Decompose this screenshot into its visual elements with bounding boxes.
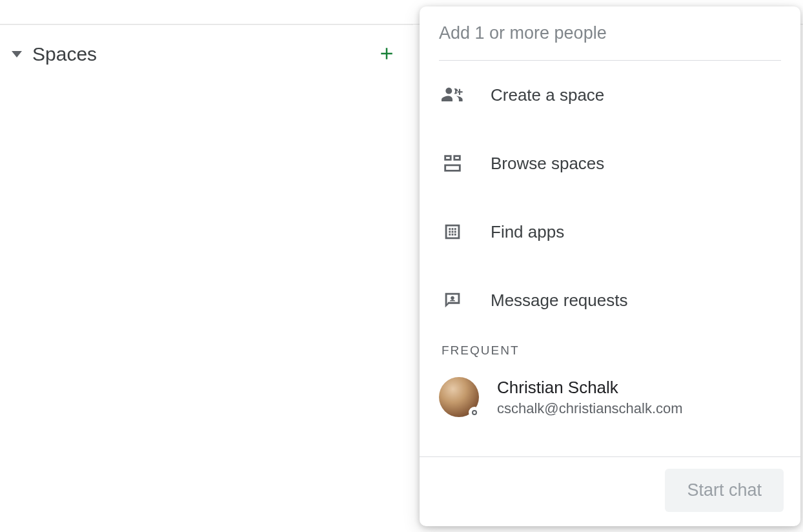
contact-text: Christian Schalk cschalk@christianschalk… (497, 378, 683, 417)
contact-name: Christian Schalk (497, 378, 683, 398)
message-requests-item[interactable]: Message requests (420, 266, 800, 334)
find-apps-icon (442, 221, 463, 243)
panel-search-area (420, 6, 800, 60)
sidebar-section-label: Spaces (32, 43, 97, 65)
caret-down-icon (12, 51, 22, 57)
browse-spaces-icon (442, 152, 463, 174)
sidebar-spaces-toggle[interactable]: Spaces (12, 43, 97, 65)
sidebar: Spaces (0, 25, 413, 532)
find-apps-label: Find apps (491, 222, 564, 242)
start-chat-button[interactable]: Start chat (665, 469, 784, 512)
create-space-label: Create a space (491, 85, 604, 105)
plus-icon (377, 44, 396, 63)
contact-email: cschalk@christianschalk.com (497, 400, 683, 417)
message-requests-label: Message requests (491, 291, 627, 311)
create-space-item[interactable]: Create a space (420, 61, 800, 129)
group-add-icon (442, 84, 463, 106)
add-space-button[interactable] (377, 41, 396, 68)
contact-item[interactable]: Christian Schalk cschalk@christianschalk… (420, 365, 800, 431)
sidebar-spaces-header: Spaces (0, 25, 413, 68)
presence-indicator-icon (469, 407, 480, 418)
avatar-wrap (439, 377, 479, 417)
find-apps-item[interactable]: Find apps (420, 198, 800, 266)
new-chat-panel: Create a space Browse spaces Find apps M… (420, 6, 800, 526)
browse-spaces-label: Browse spaces (491, 154, 604, 174)
message-requests-icon (442, 289, 463, 311)
people-search-input[interactable] (439, 23, 781, 43)
panel-footer: Start chat (420, 456, 800, 526)
frequent-section-label: FREQUENT (420, 334, 800, 365)
browse-spaces-item[interactable]: Browse spaces (420, 129, 800, 198)
